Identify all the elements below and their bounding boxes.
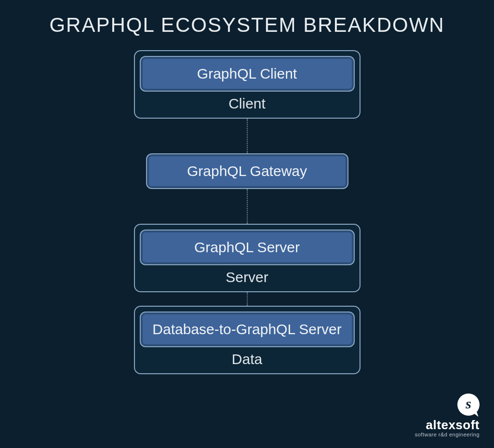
client-caption: Client [140, 92, 355, 114]
server-caption: Server [140, 265, 355, 287]
connector-line [247, 119, 248, 153]
diagram-title: GRAPHQL ECOSYSTEM BREAKDOWN [0, 0, 494, 50]
db-to-graphql-box: Database-to-GraphQL Server [140, 312, 355, 347]
diagram-body: GraphQL Client Client GraphQL Gateway Gr… [0, 50, 494, 374]
logo-tagline: software r&d engineering [415, 432, 480, 437]
graphql-gateway-box: GraphQL Gateway [146, 153, 348, 189]
logo-bubble-icon: s [457, 394, 480, 416]
graphql-client-box: GraphQL Client [140, 56, 355, 92]
data-layer: Database-to-GraphQL Server Data [134, 306, 360, 374]
client-layer: GraphQL Client Client [134, 50, 360, 119]
data-caption: Data [140, 347, 355, 369]
logo-glyph: s [466, 395, 471, 412]
server-layer: GraphQL Server Server [134, 224, 360, 292]
connector-line [247, 189, 248, 224]
logo-name: altexsoft [415, 418, 480, 433]
graphql-server-box: GraphQL Server [140, 230, 355, 265]
altexsoft-logo: s altexsoft software r&d engineering [415, 394, 480, 437]
connector-line [247, 292, 248, 306]
